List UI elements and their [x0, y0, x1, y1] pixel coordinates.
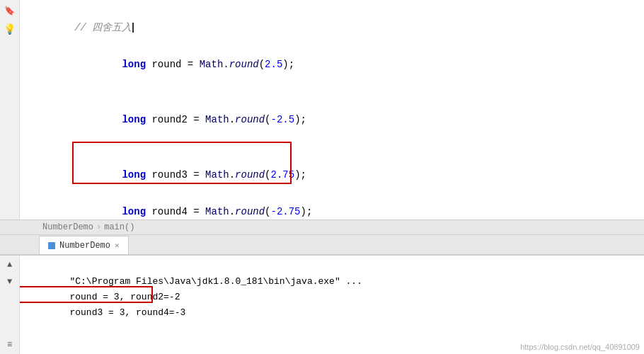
code-line-12: [20, 202, 644, 219]
code-line-9: long round3 = Math.round(2.75);: [20, 147, 644, 166]
code-line-6: long round2 = Math.round(-2.5);: [20, 92, 644, 110]
watermark: https://blog.csdn.net/qq_40891009: [520, 343, 640, 351]
tab-bar: NumberDemo ✕: [0, 235, 644, 255]
tab-number-demo[interactable]: NumberDemo ✕: [39, 236, 129, 254]
editor-content: 🔖 💡 // 四舍五入 long round = Math.round(2.5)…: [0, 0, 644, 219]
code-line-8: [20, 129, 644, 147]
code-line-10: [20, 166, 644, 184]
console-command-line: "C:\Program Files\Java\jdk1.8.0_181\bin\…: [25, 258, 638, 274]
code-line-4: [20, 55, 644, 74]
bulb-icon[interactable]: 💡: [1, 20, 19, 38]
breadcrumb-part2: main(): [104, 222, 134, 232]
tab-icon: [48, 242, 55, 249]
bookmark-icon[interactable]: 🔖: [1, 1, 19, 20]
code-line-7: [20, 110, 644, 129]
console-sidebar: ▲ ▼ ≡: [0, 256, 20, 354]
breadcrumb-part1: NumberDemo: [42, 222, 93, 232]
console-menu-button[interactable]: ≡: [4, 338, 16, 351]
console-text: "C:\Program Files\Java\jdk1.8.0_181\bin\…: [20, 256, 644, 354]
code-line-1: // 四舍五入: [20, 0, 644, 18]
breadcrumb-sep: ›: [96, 222, 101, 232]
console-output-1: round = 3, round2=-2: [69, 292, 180, 302]
tab-close-button[interactable]: ✕: [115, 236, 120, 255]
left-icons: 🔖 💡: [0, 0, 20, 219]
breadcrumb-bar: NumberDemo › main(): [0, 219, 644, 235]
code-line-2: [20, 18, 644, 37]
code-line-3: long round = Math.round(2.5);: [20, 37, 644, 55]
console-area: ▲ ▼ ≡ "C:\Program Files\Java\jdk1.8.0_18…: [0, 255, 644, 354]
code-line-11: long round4 = Math.round(-2.75);: [20, 184, 644, 202]
scroll-down-button[interactable]: ▼: [4, 275, 16, 288]
scroll-up-button[interactable]: ▲: [4, 258, 16, 271]
tab-label: NumberDemo: [59, 236, 110, 255]
console-command: "C:\Program Files\Java\jdk1.8.0_181\bin\…: [69, 276, 362, 287]
console-output-2: round3 = 3, round4=-3: [69, 307, 185, 318]
console-content: ▲ ▼ ≡ "C:\Program Files\Java\jdk1.8.0_18…: [0, 256, 644, 354]
code-line-5: [20, 74, 644, 92]
code-lines: // 四舍五入 long round = Math.round(2.5); lo…: [20, 0, 644, 219]
editor-area: 🔖 💡 // 四舍五入 long round = Math.round(2.5)…: [0, 0, 644, 219]
